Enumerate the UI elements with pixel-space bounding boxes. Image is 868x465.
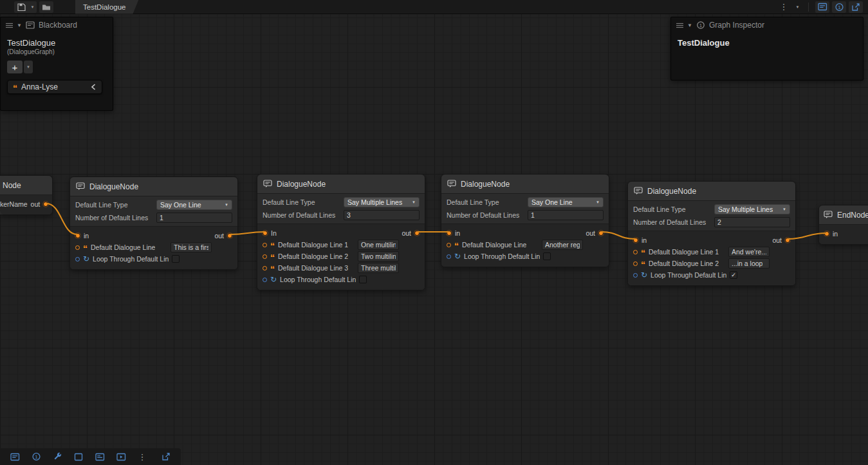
save-button[interactable] (14, 1, 28, 13)
number-of-lines-field[interactable]: 2 (714, 217, 790, 227)
speaker-node-partial[interactable]: Node kerName out (0, 175, 53, 215)
row-label: Default Dialogue Line 1 (649, 248, 719, 256)
dialogue-node-2[interactable]: DialogueNode Default Line Type Say Multi… (257, 174, 425, 290)
line-port[interactable] (263, 243, 267, 247)
loop-port[interactable] (263, 278, 267, 282)
prop-label: Default Line Type (75, 201, 156, 209)
in-port[interactable] (263, 231, 268, 236)
graph-inspector-toggle-button[interactable]: 1 (29, 451, 43, 462)
preview-button[interactable] (114, 451, 128, 462)
board-panel-button[interactable] (93, 451, 107, 462)
out-port[interactable] (227, 233, 232, 238)
loop-icon: ↻ (83, 256, 89, 262)
dropdown-value: Say One Line (160, 201, 201, 209)
popout-toggle-button[interactable] (849, 1, 863, 13)
settings-button[interactable] (50, 451, 64, 462)
dialogue-node-1[interactable]: DialogueNode Default Line Type Say One L… (69, 176, 238, 270)
loop-checkbox[interactable] (172, 255, 180, 263)
out-port[interactable] (43, 202, 48, 207)
node-header[interactable]: DialogueNode (257, 175, 425, 194)
row-label: Loop Through Default Lines? (93, 255, 169, 263)
collapse-triangle-icon[interactable]: ▼ (17, 23, 22, 28)
loop-checkbox[interactable]: ✓ (730, 271, 737, 279)
loop-port[interactable] (633, 273, 638, 278)
node-header[interactable]: DialogueNode (70, 177, 237, 196)
blackboard-toggle-button[interactable] (815, 1, 829, 13)
add-field-caret-button[interactable]: ▼ (24, 61, 33, 73)
line-port[interactable] (263, 266, 267, 270)
dialogue-line-field[interactable]: One multiline (358, 240, 399, 250)
blackboard-header[interactable]: ▼ Blackboard (1, 17, 113, 33)
number-of-lines-field[interactable]: 1 (528, 210, 604, 220)
row-label: Loop Through Default Lines? (280, 276, 356, 283)
chevron-left-icon[interactable] (90, 83, 97, 91)
open-folder-button[interactable] (39, 1, 53, 13)
popout-button[interactable] (159, 451, 173, 462)
toolbar-right-group: ⋮ ▼ 1 (777, 1, 863, 13)
out-port[interactable] (414, 231, 420, 236)
dialogue-line-field[interactable]: And we're... (728, 247, 770, 257)
blackboard-toggle-button[interactable] (8, 451, 22, 462)
line-port[interactable] (633, 250, 638, 254)
frame-icon (74, 453, 83, 461)
in-port[interactable] (633, 238, 638, 243)
line-type-dropdown[interactable]: Say Multiple Lines ▼ (344, 197, 420, 207)
node-header[interactable]: Node (0, 176, 52, 195)
line-type-dropdown[interactable]: Say One Line ▼ (528, 197, 604, 207)
frame-all-button[interactable] (71, 451, 86, 462)
line-port[interactable] (75, 245, 80, 250)
in-port[interactable] (447, 231, 452, 236)
dialogue-line-field[interactable]: Another regu (542, 240, 583, 250)
breadcrumb-tab[interactable]: TestDialogue (75, 0, 138, 14)
node-ports: in out “ Default Dialogue Line Another r… (441, 224, 609, 267)
dialogue-line-field[interactable]: ...in a loop (728, 258, 770, 269)
graph-inspector-header[interactable]: ▼ 1 Graph Inspector (671, 17, 863, 33)
dialogue-node-4[interactable]: DialogueNode Default Line Type Say Multi… (627, 181, 796, 286)
out-port[interactable] (785, 238, 790, 243)
add-field-button[interactable]: + (7, 61, 23, 73)
number-of-lines-field[interactable]: 3 (344, 210, 420, 220)
in-port[interactable] (824, 231, 829, 236)
dialogue-line-field[interactable]: Three multili (358, 263, 399, 273)
prop-label: Number of Default Lines (633, 218, 714, 226)
more-options-caret-button[interactable]: ▼ (793, 1, 802, 13)
in-port[interactable] (75, 233, 80, 238)
row-label: Default Dialogue Line 1 (278, 241, 348, 249)
loop-port[interactable] (447, 254, 451, 259)
row-label: Default Dialogue Line 3 (278, 264, 348, 272)
end-node[interactable]: EndNode in (818, 205, 868, 245)
dock-more-button[interactable]: ⋮ (135, 451, 149, 462)
loop-checkbox[interactable] (543, 252, 551, 260)
node-ports: in (819, 225, 868, 244)
node-header[interactable]: DialogueNode (628, 182, 795, 201)
chevron-down-icon: ▼ (31, 5, 35, 9)
node-header[interactable]: EndNode (819, 205, 868, 225)
line-port[interactable] (447, 243, 451, 247)
more-options-button[interactable]: ⋮ (777, 1, 791, 13)
node-ports: In out “ Default Dialogue Line 1 One mul… (257, 224, 425, 290)
loop-port[interactable] (75, 257, 80, 261)
line-port[interactable] (263, 254, 267, 259)
dialogue-node-3[interactable]: DialogueNode Default Line Type Say One L… (441, 174, 609, 267)
dialogue-line-field[interactable]: This is a first (171, 242, 212, 252)
line-type-dropdown[interactable]: Say Multiple Lines ▼ (714, 204, 790, 214)
loop-checkbox[interactable] (359, 276, 367, 283)
quote-icon: “ (270, 243, 275, 249)
collapse-triangle-icon[interactable]: ▼ (687, 23, 692, 28)
in-label: In (271, 229, 277, 237)
out-port[interactable] (598, 231, 604, 236)
kebab-menu-icon: ⋮ (780, 3, 788, 11)
line-port[interactable] (633, 261, 638, 266)
in-label: in (84, 232, 89, 240)
line-type-dropdown[interactable]: Say One Line ▼ (156, 200, 232, 210)
dialogue-node-icon (634, 187, 643, 195)
blackboard-field-anna-lyse[interactable]: “ Anna-Lyse (7, 80, 102, 94)
popout-icon (851, 3, 860, 12)
number-of-lines-field[interactable]: 1 (156, 213, 232, 223)
node-header[interactable]: DialogueNode (441, 175, 609, 194)
node-properties: Default Line Type Say One Line ▼ Number … (441, 194, 609, 224)
save-options-button[interactable]: ▼ (28, 1, 37, 13)
bottom-toolbar: 1 ⋮ (0, 448, 181, 465)
dialogue-line-field[interactable]: Two multiline (358, 251, 399, 261)
graph-inspector-toggle-button[interactable]: 1 (832, 1, 846, 13)
